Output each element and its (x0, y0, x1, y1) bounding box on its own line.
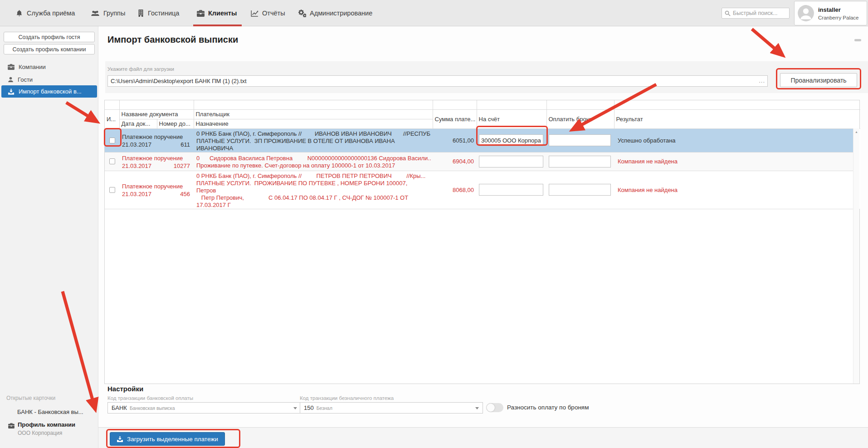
page-title: Импорт банковской выписки (107, 34, 238, 45)
tab-reception[interactable]: Служба приёма (15, 0, 75, 26)
purpose: ПЛАТНЫЕ УСЛУГИ. ЗП ПРОЖИВАНИЕ В ОТЕЛЕ ОТ… (196, 138, 431, 152)
doc-number: 10277 (174, 162, 190, 170)
avatar (797, 5, 814, 22)
table-row[interactable]: Платежное поручение 21.03.2017 10277 0 С… (105, 152, 860, 171)
doc-number: 611 (180, 141, 190, 148)
sidebar-item-bank-import[interactable]: Импорт банковской в... (1, 85, 97, 98)
col-header-purpose[interactable]: Назначение (194, 119, 433, 128)
payer: 0 Сидорова Василиса Петровна N0000000000… (196, 154, 431, 162)
result-text: Компания не найдена (614, 152, 854, 171)
row-checkbox[interactable] (109, 158, 115, 164)
selected-code: 150 (304, 404, 314, 411)
topbar: Служба приёма Группы Гостиница Клиенты О… (0, 0, 868, 26)
cashless-transaction-label: Код транзакции безналичного платежа (300, 395, 394, 401)
account-input[interactable] (479, 156, 543, 167)
person-icon (8, 77, 14, 83)
open-card-title: Профиль компании (18, 421, 75, 428)
doc-number: 456 (180, 190, 190, 198)
doc-date: 21.03.2017 (122, 162, 151, 170)
file-label: Укажите файл для загрузки (107, 66, 174, 72)
chart-icon (251, 10, 258, 17)
booking-input[interactable] (549, 184, 611, 196)
open-card-bank-statement[interactable]: БАНК - Банковская вы... (17, 409, 83, 415)
col-header-account[interactable]: На счёт (477, 109, 546, 128)
payment-sum: 8068,00 (433, 171, 477, 209)
button-label: Загрузить выделенные платежи (127, 436, 218, 443)
purpose: Проживание по путевке. Счет-договор на о… (196, 162, 431, 169)
search-icon (725, 10, 731, 16)
split-payment-toggle[interactable] (486, 403, 503, 412)
payer: 0 РНКБ Банк (ПАО), г. Симферополь // ПЕТ… (196, 172, 431, 180)
purpose: ПЛАТНЫЕ УСЛУГИ. ПРОЖИВАНИЕ ПО ПУТЕВКЕ , … (196, 180, 431, 209)
account-input[interactable] (479, 134, 543, 146)
user-menu[interactable]: installer Cranberry Palace (794, 1, 867, 25)
doc-type: Платежное поручение (119, 154, 194, 162)
tab-administration[interactable]: Администрирование (297, 0, 372, 26)
selected-description: Безнал (317, 405, 332, 411)
col-header-check[interactable]: И... (105, 109, 119, 128)
chevron-down-icon (475, 407, 479, 409)
browse-button[interactable]: ... (759, 77, 765, 84)
search-input[interactable] (733, 10, 786, 16)
briefcase-icon (8, 422, 15, 436)
tab-hotel[interactable]: Гостиница (137, 0, 179, 26)
col-header-booking[interactable]: Оплатить бронь (546, 109, 614, 128)
cashless-transaction-select[interactable]: 150 Безнал (300, 402, 483, 414)
scroll-up-icon[interactable]: ▲ (853, 128, 859, 133)
row-checkbox[interactable] (109, 138, 115, 143)
table-row[interactable]: Платежное поручение 21.03.2017 456 0 РНК… (105, 171, 860, 209)
open-card-company-profile[interactable]: Профиль компании ООО Корпорация (8, 421, 75, 436)
download-icon (117, 436, 123, 442)
quick-search (722, 8, 790, 19)
col-header-doc[interactable]: Название документа (119, 109, 194, 119)
sidebar-item-guests[interactable]: Гости (0, 74, 98, 85)
band-row (105, 100, 860, 109)
col-header-payer[interactable]: Плательщик (194, 109, 433, 119)
tab-label: Группы (103, 10, 125, 17)
doc-type: Платежное поручение (119, 133, 194, 141)
create-company-button[interactable]: Создать профиль компании (4, 44, 95, 54)
open-cards-label: Открытые карточки (6, 395, 55, 401)
analyze-button[interactable]: Проанализировать (780, 73, 857, 87)
grid-scrollbar[interactable]: ▲ (853, 128, 859, 384)
selected-description: Банковская выписка (130, 405, 175, 411)
row-checkbox[interactable] (109, 187, 115, 193)
tab-clients[interactable]: Клиенты (197, 0, 237, 26)
grid-header-row: И... Название документа Плательщик Сумма… (105, 109, 860, 119)
sidebar-item-label: Компании (19, 64, 46, 70)
tab-groups[interactable]: Группы (91, 0, 125, 26)
table-row[interactable]: Платежное поручение 21.03.2017 611 0 РНК… (105, 128, 860, 152)
selected-code: БАНК (112, 404, 127, 411)
tab-label: Отчёты (262, 10, 285, 17)
tab-label: Гостиница (148, 10, 179, 17)
payments-grid: И... Название документа Плательщик Сумма… (104, 100, 860, 384)
col-header-num[interactable]: Номер до... (157, 119, 194, 128)
col-header-date[interactable]: Дата док... (119, 119, 157, 128)
tab-reports[interactable]: Отчёты (251, 0, 285, 26)
scrollbar-thumb (854, 39, 861, 41)
booking-input[interactable] (549, 156, 611, 167)
file-path-input[interactable] (108, 76, 767, 86)
load-selected-payments-button[interactable]: Загрузить выделенные платежи (110, 432, 225, 446)
doc-date: 21.03.2017 (122, 141, 151, 148)
users-icon (91, 10, 100, 17)
account-input[interactable] (479, 184, 543, 196)
doc-type: Платежное поручение (119, 182, 194, 190)
sidebar: Создать профиль гостя Создать профиль ко… (0, 26, 98, 448)
tab-label: Служба приёма (27, 10, 75, 17)
bank-transaction-label: Код транзакции банковской оплаты (107, 395, 193, 401)
col-header-result[interactable]: Результат (614, 109, 860, 128)
result-text: Компания не найдена (614, 171, 854, 209)
booking-input[interactable] (549, 134, 611, 146)
sidebar-item-companies[interactable]: Компании (0, 61, 98, 73)
user-hotel: Cranberry Palace (818, 15, 858, 20)
split-payment-label: Разносить оплату по броням (507, 404, 589, 411)
chevron-down-icon (293, 407, 297, 409)
settings-title: Настройки (107, 385, 143, 393)
create-guest-button[interactable]: Создать профиль гостя (4, 32, 95, 42)
gears-icon (297, 10, 306, 17)
col-header-sum[interactable]: Сумма плате... (433, 109, 477, 128)
building-icon (137, 10, 144, 17)
app-window: Служба приёма Группы Гостиница Клиенты О… (0, 0, 868, 448)
bank-transaction-select[interactable]: БАНК Банковская выписка (107, 402, 301, 414)
